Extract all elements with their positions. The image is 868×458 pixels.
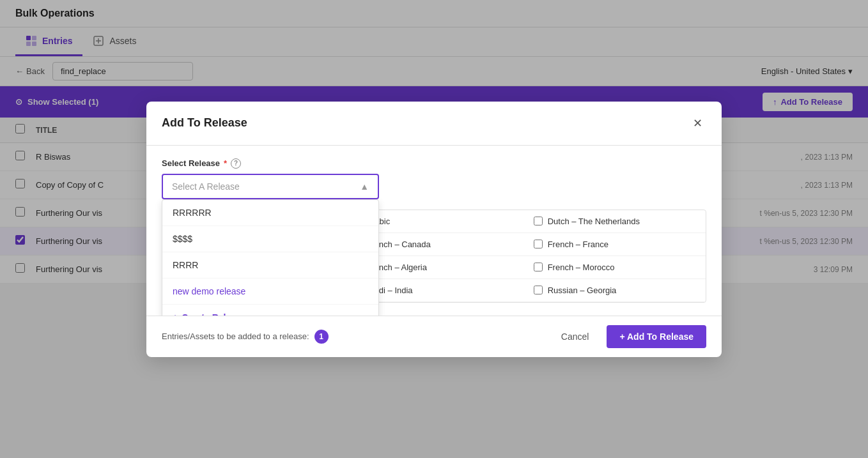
dropdown-item-dollar[interactable]: $$$$	[162, 226, 378, 252]
modal-header: Add To Release ✕	[146, 102, 722, 146]
plus-icon: +	[173, 312, 178, 316]
dropdown-placeholder: Select A Release	[172, 181, 240, 192]
modal-overlay: Add To Release ✕ Select Release * ? Sele…	[0, 0, 868, 458]
modal: Add To Release ✕ Select Release * ? Sele…	[146, 102, 722, 357]
close-icon: ✕	[693, 116, 702, 130]
locale-item-rus: Russian – Georgia	[525, 279, 706, 302]
locale-checkbox-rus[interactable]	[534, 286, 543, 294]
locale-checkbox-fra-fr[interactable]	[534, 240, 543, 248]
modal-title: Add To Release	[162, 116, 247, 130]
dropdown-item-rrrrrr[interactable]: RRRRRR	[162, 200, 378, 226]
modal-add-to-release-button[interactable]: + Add To Release	[607, 325, 706, 348]
modal-close-button[interactable]: ✕	[688, 114, 706, 132]
chevron-up-icon: ▲	[360, 181, 369, 192]
locale-checkbox-fra-ma[interactable]	[534, 263, 543, 271]
dropdown-item-new-demo[interactable]: new demo release	[162, 279, 378, 305]
select-release-label: Select Release * ?	[162, 158, 706, 169]
locale-item-fra-fr: French – France	[525, 233, 706, 256]
footer-actions: Cancel + Add To Release	[551, 325, 706, 348]
entries-count: Entries/Assets to be added to a release:…	[162, 330, 329, 344]
locale-item-fra-ma: French – Morocco	[525, 256, 706, 279]
dropdown-item-create[interactable]: + Create Release	[162, 305, 378, 316]
help-icon[interactable]: ?	[231, 158, 241, 169]
dropdown-trigger[interactable]: Select A Release ▲	[162, 174, 379, 199]
dropdown-list: RRRRRR $$$$ RRRR new demo release +	[162, 199, 379, 316]
count-badge: 1	[314, 330, 329, 344]
cancel-button[interactable]: Cancel	[551, 326, 600, 347]
dropdown-item-rrrr[interactable]: RRRR	[162, 252, 378, 279]
modal-footer: Entries/Assets to be added to a release:…	[146, 316, 722, 357]
release-dropdown[interactable]: Select A Release ▲ RRRRRR $$$$ RRRR	[162, 174, 379, 199]
locale-checkbox-fra[interactable]	[534, 217, 543, 225]
locale-item-fra: Dutch – The Netherlands	[525, 210, 706, 233]
modal-body: Select Release * ? Select A Release ▲ RR…	[146, 146, 722, 316]
